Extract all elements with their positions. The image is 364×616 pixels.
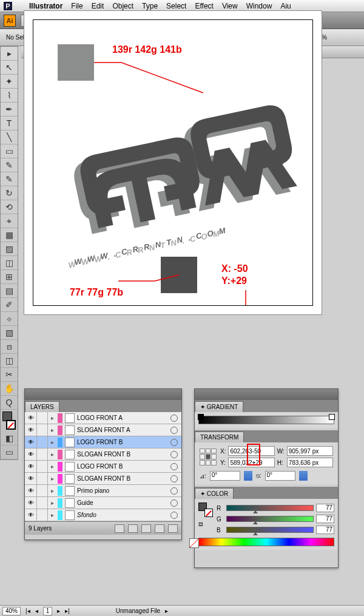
menu-type[interactable]: Type [142, 2, 158, 10]
target-ring[interactable] [170, 427, 178, 434]
tool-graph[interactable]: ◫ [1, 256, 18, 270]
layer-row-1[interactable]: 👁▸SLOGAN FRONT A [25, 424, 181, 436]
color-spectrum[interactable] [198, 538, 334, 546]
menu-select[interactable]: Select [166, 2, 186, 10]
layer-row-8[interactable]: 👁▸Sfondo [25, 509, 181, 521]
layer-row-7[interactable]: 👁▸Guide [25, 497, 181, 509]
disclosure-icon[interactable]: ▸ [48, 463, 56, 470]
layer-name[interactable]: Primo piano [76, 487, 167, 494]
menu-effect[interactable]: Effect [195, 2, 213, 10]
tool-direct-select[interactable]: ↖ [1, 61, 18, 75]
delete-layer-button[interactable] [168, 524, 178, 533]
b-value[interactable]: 77 [316, 526, 334, 534]
layer-name[interactable]: LOGO FRONT B [76, 439, 167, 445]
gradient-tab[interactable]: ✦ GRADIENT [195, 401, 243, 412]
r-slider[interactable] [226, 505, 314, 511]
lock-toggle[interactable] [37, 473, 48, 484]
tool-screen-mode[interactable]: ▭ [1, 445, 18, 459]
tool-mesh[interactable]: ⊞ [1, 270, 18, 284]
nav-first-icon[interactable]: |◂ [25, 608, 30, 614]
lock-toggle[interactable] [37, 412, 48, 424]
layer-name[interactable]: Guide [76, 499, 167, 506]
target-ring[interactable] [170, 463, 178, 470]
new-sublayer-button[interactable] [141, 524, 151, 533]
lock-toggle[interactable] [37, 448, 48, 460]
visibility-toggle[interactable]: 👁 [25, 485, 37, 496]
disclosure-icon[interactable]: ▸ [48, 451, 56, 458]
lock-toggle[interactable] [37, 497, 48, 509]
angle-dropdown[interactable] [244, 471, 252, 481]
layer-name[interactable]: LOGO FRONT B [76, 463, 167, 470]
tool-crop[interactable]: ⧈ [1, 340, 18, 354]
tool-gradient[interactable]: ▤ [1, 284, 18, 298]
lock-toggle[interactable] [37, 461, 48, 472]
tool-pen[interactable]: ✒ [1, 103, 18, 117]
layer-row-3[interactable]: 👁▸SLOGAN FRONT B [25, 448, 181, 461]
tool-rotate[interactable]: ↻ [1, 186, 18, 200]
visibility-toggle[interactable]: 👁 [25, 424, 37, 436]
menu-window[interactable]: Window [246, 2, 272, 10]
tool-lasso[interactable]: ⌇ [1, 89, 18, 103]
fill-stroke-control[interactable] [1, 410, 18, 432]
panel-grip-2[interactable] [195, 389, 338, 400]
x-input[interactable] [228, 446, 274, 456]
disclosure-icon[interactable]: ▸ [48, 499, 56, 506]
menu-aiu[interactable]: Aiu [280, 2, 291, 10]
target-ring[interactable] [170, 415, 178, 422]
visibility-toggle[interactable]: 👁 [25, 412, 37, 424]
locate-object-button[interactable] [115, 524, 124, 533]
tool-magic-wand[interactable]: ✦ [1, 75, 18, 89]
target-ring[interactable] [170, 499, 178, 507]
layer-name[interactable]: Sfondo [76, 512, 167, 518]
tool-eyedropper[interactable]: ✐ [1, 298, 18, 312]
visibility-toggle[interactable]: 👁 [25, 436, 37, 448]
tool-blend[interactable]: ⟐ [1, 312, 18, 326]
stroke-color-box[interactable] [6, 420, 16, 430]
disclosure-icon[interactable]: ▸ [48, 415, 56, 421]
tool-symbol-sprayer[interactable]: ▨ [1, 242, 18, 256]
transform-tab[interactable]: TRANSFORM [195, 432, 244, 442]
layer-name[interactable]: SLOGAN FRONT B [76, 451, 167, 458]
layers-tab[interactable]: LAYERS [25, 401, 59, 412]
visibility-toggle[interactable]: 👁 [25, 461, 37, 472]
visibility-toggle[interactable]: 👁 [25, 448, 37, 460]
tool-free-transform[interactable]: ▦ [1, 228, 18, 242]
tool-eraser[interactable]: ◫ [1, 354, 18, 368]
color-fill-stroke[interactable] [198, 503, 213, 517]
panel-grip[interactable] [25, 389, 181, 400]
lock-toggle[interactable] [37, 485, 48, 496]
target-ring[interactable] [170, 475, 178, 482]
tool-live-paint[interactable]: ▧ [1, 326, 18, 340]
tool-color-mode[interactable]: ◧ [1, 432, 18, 445]
tool-hand[interactable]: ✋ [1, 382, 18, 396]
disclosure-icon[interactable]: ▸ [48, 487, 56, 494]
app-name[interactable]: Illustrator [29, 2, 62, 10]
menu-view[interactable]: View [222, 2, 238, 10]
layer-row-0[interactable]: 👁▸LOGO FRONT A [25, 412, 181, 424]
h-input[interactable] [287, 458, 333, 467]
w-input[interactable] [287, 446, 333, 456]
gradient-slider[interactable] [198, 416, 334, 424]
reference-point-grid[interactable] [200, 448, 217, 465]
zoom-level[interactable]: 40% [2, 607, 21, 615]
shear-input[interactable]: 0° [265, 471, 295, 481]
layer-row-2[interactable]: 👁▸LOGO FRONT B [25, 436, 181, 448]
tool-selection[interactable]: ▸ [1, 47, 18, 61]
tool-paintbrush[interactable]: ✎ [1, 158, 18, 172]
tool-line[interactable]: ╲ [1, 130, 18, 144]
new-layer-button[interactable] [155, 524, 164, 533]
shear-dropdown[interactable] [299, 471, 308, 481]
r-value[interactable]: 77 [316, 504, 334, 512]
layer-row-4[interactable]: 👁▸LOGO FRONT B [25, 461, 181, 473]
disclosure-icon[interactable]: ▸ [48, 427, 56, 433]
target-ring[interactable] [170, 439, 178, 446]
visibility-toggle[interactable]: 👁 [25, 497, 37, 509]
target-ring[interactable] [170, 512, 178, 519]
layer-name[interactable]: SLOGAN FRONT B [76, 475, 167, 482]
tool-pencil[interactable]: ✎ [1, 172, 18, 186]
nav-prev-icon[interactable]: ◂ [35, 608, 38, 614]
tool-zoom[interactable]: Q [1, 396, 18, 410]
g-slider[interactable] [226, 516, 314, 522]
menu-object[interactable]: Object [112, 2, 133, 10]
visibility-toggle[interactable]: 👁 [25, 473, 37, 484]
